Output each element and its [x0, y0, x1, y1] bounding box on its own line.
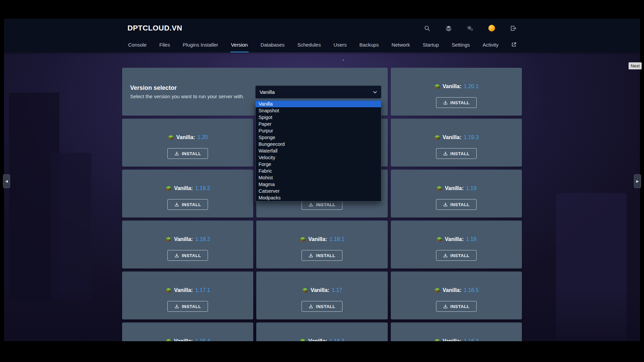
- avatar[interactable]: [488, 25, 495, 32]
- card-label: Vanilla:: [443, 83, 462, 89]
- install-button[interactable]: INSTALL: [436, 199, 477, 210]
- install-button[interactable]: INSTALL: [167, 148, 208, 159]
- install-label: INSTALL: [316, 202, 335, 207]
- card-version: 1.20: [198, 134, 208, 140]
- install-button[interactable]: INSTALL: [436, 97, 477, 108]
- card-version: 1.19: [466, 185, 476, 191]
- download-icon: [174, 304, 179, 309]
- search-icon[interactable]: [424, 25, 430, 32]
- logout-icon[interactable]: [510, 25, 517, 32]
- app-viewport: DPTCLOUD.VN: [4, 19, 640, 341]
- grass-block-icon: [434, 287, 440, 294]
- external-link-icon[interactable]: [511, 38, 517, 52]
- option-purpur[interactable]: Purpur: [256, 127, 381, 134]
- tab-activity[interactable]: Activity: [482, 38, 499, 52]
- tab-users[interactable]: Users: [333, 38, 347, 52]
- option-velocity[interactable]: Velocity: [256, 154, 381, 161]
- option-bungeecord[interactable]: Bungeecord: [256, 141, 381, 147]
- tab-startup[interactable]: Startup: [422, 38, 439, 52]
- version-select[interactable]: Vanilla: [255, 85, 381, 99]
- header-icons: [424, 25, 517, 32]
- chevron-down-icon: [373, 91, 377, 94]
- prev-page-button[interactable]: ◀: [3, 174, 10, 188]
- option-fabric[interactable]: Fabric: [256, 168, 381, 174]
- install-label: INSTALL: [450, 151, 470, 156]
- grass-block-icon: [165, 338, 172, 342]
- install-label: INSTALL: [450, 253, 470, 258]
- install-button[interactable]: INSTALL: [436, 148, 477, 159]
- grass-block-icon: [168, 134, 174, 141]
- tab-settings[interactable]: Settings: [451, 38, 471, 52]
- option-vanilla[interactable]: Vanilla: [256, 101, 381, 107]
- install-label: INSTALL: [182, 253, 201, 258]
- option-catserver[interactable]: Catserver: [256, 188, 381, 194]
- tab-backups[interactable]: Backups: [359, 38, 380, 52]
- card-label: Vanilla:: [174, 185, 193, 191]
- download-icon: [443, 304, 448, 309]
- option-paper[interactable]: Paper: [256, 121, 381, 127]
- download-icon: [443, 202, 448, 207]
- install-button[interactable]: INSTALL: [167, 199, 208, 210]
- card-version: 1.18.1: [329, 236, 344, 242]
- install-button[interactable]: INSTALL: [436, 301, 477, 312]
- version-card-1-16-2: Vanilla:1.16.2 INSTALL: [391, 322, 522, 341]
- grass-block-icon: [436, 185, 442, 192]
- option-snapshot[interactable]: Snapshot: [256, 107, 381, 114]
- version-selector-card: Version selector Select the version you …: [122, 68, 388, 116]
- grass-block-icon: [434, 338, 440, 342]
- tab-databases[interactable]: Databases: [260, 38, 285, 52]
- grass-block-icon: [436, 236, 442, 243]
- tab-console[interactable]: Console: [127, 38, 147, 52]
- main-nav: Console Files Plugins Installer Version …: [127, 38, 517, 52]
- versions-grid: Version selector Select the version you …: [122, 52, 522, 341]
- version-card-1-19-2: Vanilla:1.19.2 INSTALL: [122, 170, 253, 218]
- option-mohist[interactable]: Mohist: [256, 174, 381, 181]
- grass-block-icon: [165, 287, 172, 294]
- version-card-1-18: Vanilla:1.18 INSTALL: [391, 221, 522, 268]
- grass-block-icon: [434, 134, 440, 141]
- version-card-1-16-3: Vanilla:1.16.3 INSTALL: [256, 322, 387, 341]
- next-page-button[interactable]: ▶: [634, 174, 641, 188]
- layers-icon[interactable]: [445, 25, 452, 32]
- version-card-1-19: Vanilla:1.19 INSTALL: [391, 170, 522, 218]
- option-magma[interactable]: Magma: [256, 181, 381, 188]
- card-label: Vanilla:: [311, 287, 329, 293]
- option-spigot[interactable]: Spigot: [256, 114, 381, 121]
- card-label: Vanilla:: [308, 338, 327, 341]
- download-icon: [309, 304, 313, 309]
- card-version: 1.20.1: [464, 83, 479, 89]
- card-version: 1.16.3: [329, 338, 344, 341]
- version-dropdown: Vanilla Snapshot Spigot Paper Purpur Spo…: [255, 100, 381, 201]
- top-header: DPTCLOUD.VN: [4, 19, 640, 52]
- option-sponge[interactable]: Sponge: [256, 134, 381, 141]
- grass-block-icon: [302, 287, 308, 294]
- tab-version[interactable]: Version: [230, 38, 249, 52]
- card-label: Vanilla:: [445, 185, 464, 191]
- download-icon: [443, 253, 448, 258]
- option-forge[interactable]: Forge: [256, 161, 381, 168]
- tab-files[interactable]: Files: [159, 38, 171, 52]
- brand-title[interactable]: DPTCLOUD.VN: [127, 24, 182, 33]
- card-label: Vanilla:: [443, 287, 462, 293]
- select-value: Vanilla: [260, 89, 275, 95]
- gears-icon[interactable]: [467, 25, 473, 32]
- option-waterfall[interactable]: Waterfall: [256, 147, 381, 154]
- version-card-1-17: Vanilla:1.17 INSTALL: [256, 272, 387, 319]
- download-icon: [174, 253, 179, 258]
- download-icon: [443, 100, 448, 105]
- install-button[interactable]: INSTALL: [436, 250, 477, 261]
- tab-plugins-installer[interactable]: Plugins Installer: [182, 38, 219, 52]
- tab-network[interactable]: Network: [391, 38, 411, 52]
- next-tooltip: Next: [629, 62, 642, 69]
- install-label: INSTALL: [316, 253, 335, 258]
- grass-block-icon: [300, 236, 306, 243]
- install-button[interactable]: INSTALL: [167, 250, 208, 261]
- tab-schedules[interactable]: Schedules: [297, 38, 321, 52]
- option-modpacks[interactable]: Modpacks: [256, 194, 381, 201]
- install-label: INSTALL: [182, 304, 201, 309]
- install-button[interactable]: INSTALL: [302, 250, 342, 261]
- install-button[interactable]: INSTALL: [167, 301, 208, 312]
- version-card-1-16-5: Vanilla:1.16.5 INSTALL: [391, 272, 522, 319]
- install-label: INSTALL: [316, 304, 335, 309]
- install-button[interactable]: INSTALL: [302, 301, 342, 312]
